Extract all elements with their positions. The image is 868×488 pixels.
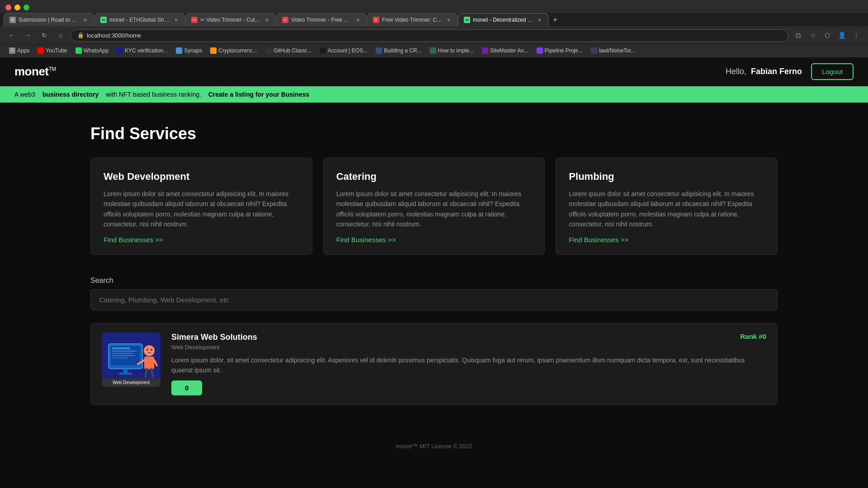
tab-close-2[interactable]: ✕ (173, 17, 179, 23)
bookmark-eos[interactable]: Account | EOS... (316, 46, 372, 55)
traffic-lights (0, 0, 868, 13)
bookmark-sitemaster[interactable]: SiteMaster An... (478, 46, 532, 55)
svg-rect-4 (112, 351, 137, 352)
profile-icon[interactable]: 👤 (835, 29, 848, 42)
bookmark-synaps[interactable]: Synaps (172, 46, 206, 55)
find-services-title: Find Services (90, 124, 778, 143)
bookmark-lawl[interactable]: lawl/NoiseTor... (587, 46, 639, 55)
greeting-text: Hello, Fabian Ferno (726, 67, 802, 76)
bookmark-synaps-label: Synaps (184, 47, 202, 54)
building-favicon (376, 47, 382, 54)
business-description: Lorem ipsum dolor, sit amet consectetur … (171, 355, 766, 375)
tab-label-6: monet - Decentralized Bu... (473, 17, 533, 23)
tab-close-4[interactable]: ✕ (354, 17, 361, 23)
browser-tab-1[interactable]: S Submission | Road to We... ✕ (4, 13, 94, 26)
service-cards-grid: Web Development Lorem ipsum dolor sit am… (90, 158, 778, 255)
service-card-1-title: Catering (336, 171, 532, 183)
svg-line-15 (151, 369, 153, 376)
bookmark-whatsapp[interactable]: WhatsApp (72, 46, 112, 55)
bookmark-github[interactable]: GitHub Classr... (262, 46, 315, 55)
tab-favicon-1: S (9, 17, 16, 23)
browser-tab-2[interactable]: m monet - ETHGlobal Show... ✕ (94, 13, 185, 26)
bookmark-how-label: How to imple... (438, 47, 474, 54)
bookmark-apps[interactable]: ⠿ Apps (5, 46, 33, 55)
pipeline-favicon (537, 47, 543, 54)
banner-prefix: A web3 (14, 91, 35, 98)
service-card-2-desc: Lorem ipsum dolor sit amet consectetur a… (569, 189, 764, 230)
address-input[interactable]: 🔒 localhost:3000/home (71, 29, 788, 42)
svg-line-14 (146, 369, 147, 376)
service-card-catering: Catering Lorem ipsum dolor sit amet cons… (323, 158, 545, 255)
bookmark-kyc[interactable]: KYC verification... (113, 46, 171, 55)
back-button[interactable]: ← (5, 29, 18, 42)
bookmark-crypto[interactable]: Cryptocurrenc... (207, 46, 260, 55)
svg-point-16 (146, 349, 148, 351)
sitemaster-favicon (482, 47, 488, 54)
minimize-window-button[interactable] (14, 5, 20, 10)
tab-close-5[interactable]: ✕ (445, 17, 452, 23)
service-card-1-desc: Lorem ipsum dolor sit amet consectetur a… (336, 189, 532, 230)
business-name: Simera Web Solutions (171, 333, 257, 342)
settings-icon[interactable]: ⋮ (850, 29, 863, 42)
address-bar-row: ← → ↻ ⌂ 🔒 localhost:3000/home ⊡ ☆ ⬡ 👤 ⋮ (0, 26, 868, 44)
thumbnail-illustration (102, 335, 160, 385)
how-favicon (430, 47, 436, 54)
bookmark-crypto-label: Cryptocurrenc... (218, 47, 257, 54)
search-input[interactable] (90, 289, 778, 310)
create-listing-link[interactable]: Create a listing for your Business (208, 91, 309, 98)
logo-tm: TM (49, 66, 56, 72)
refresh-button[interactable]: ↻ (38, 29, 51, 42)
service-card-0-link[interactable]: Find Businesses >> (104, 236, 299, 244)
lock-icon: 🔒 (77, 32, 84, 38)
tab-close-3[interactable]: ✕ (264, 17, 270, 23)
app-root: monetTM Hello, Fabian Ferno Logout A web… (0, 57, 868, 460)
svg-rect-3 (112, 347, 130, 349)
bookmark-whatsapp-label: WhatsApp (84, 47, 108, 54)
tab-favicon-2: m (100, 17, 107, 23)
tab-favicon-6: m (464, 17, 470, 23)
tab-close-1[interactable]: ✕ (82, 17, 88, 23)
svg-rect-7 (112, 357, 128, 358)
app-footer: monet™ MIT License © 2022 (0, 432, 868, 460)
maximize-window-button[interactable] (24, 5, 29, 10)
browser-tab-5[interactable]: ✂ Free Video Trimmer: Cut... ✕ (367, 13, 458, 26)
apps-icon: ⠿ (9, 47, 15, 54)
whatsapp-favicon (75, 47, 82, 54)
browser-tab-3[interactable]: ✂ ✂ Video Trimmer - Cut Vide... ✕ (185, 13, 276, 26)
banner-suffix: with NFT based business ranking. (106, 91, 201, 98)
lawl-favicon (591, 47, 597, 54)
tab-close-6[interactable]: ✕ (536, 17, 542, 23)
tab-label-1: Submission | Road to We... (19, 17, 79, 23)
tab-label-5: Free Video Trimmer: Cut... (382, 17, 443, 23)
youtube-favicon (38, 47, 44, 54)
bookmark-icon[interactable]: ☆ (807, 29, 819, 42)
svg-rect-9 (119, 373, 132, 375)
home-button[interactable]: ⌂ (54, 29, 67, 42)
vote-button[interactable]: 0 (171, 380, 202, 395)
bookmark-pipeline[interactable]: Pipeline Proje... (533, 46, 586, 55)
new-tab-button[interactable]: + (549, 14, 561, 26)
tab-favicon-3: ✂ (191, 17, 198, 23)
bookmark-kyc-label: KYC verification... (125, 47, 168, 54)
banner-bold-text: business directory (42, 91, 99, 98)
rank-row: Simera Web Solutions Web Development Ran… (171, 333, 766, 355)
bookmark-building[interactable]: Building a CR... (372, 46, 425, 55)
browser-tab-4[interactable]: ✂ Video Trimmer - Free Onl... ✕ (276, 13, 367, 26)
cast-icon[interactable]: ⊡ (792, 29, 805, 42)
service-card-web-dev: Web Development Lorem ipsum dolor sit am… (90, 158, 312, 255)
thumbnail-category-tag: Web Development (102, 378, 160, 387)
kyc-favicon (117, 47, 123, 54)
close-window-button[interactable] (5, 5, 11, 10)
greeting-prefix: Hello, (726, 67, 746, 76)
browser-tab-6-active[interactable]: m monet - Decentralized Bu... ✕ (458, 13, 548, 26)
service-card-2-link[interactable]: Find Businesses >> (569, 236, 764, 244)
svg-rect-5 (112, 353, 132, 354)
logout-button[interactable]: Logout (811, 63, 854, 80)
bookmark-youtube[interactable]: YouTube (34, 46, 71, 55)
bookmark-how[interactable]: How to imple... (426, 46, 477, 55)
forward-button[interactable]: → (22, 29, 34, 42)
business-rank-badge: Rank #0 (740, 333, 766, 340)
extensions-icon[interactable]: ⬡ (821, 29, 834, 42)
service-card-1-link[interactable]: Find Businesses >> (336, 236, 532, 244)
bookmarks-bar: ⠿ Apps YouTube WhatsApp KYC verification… (0, 44, 868, 57)
